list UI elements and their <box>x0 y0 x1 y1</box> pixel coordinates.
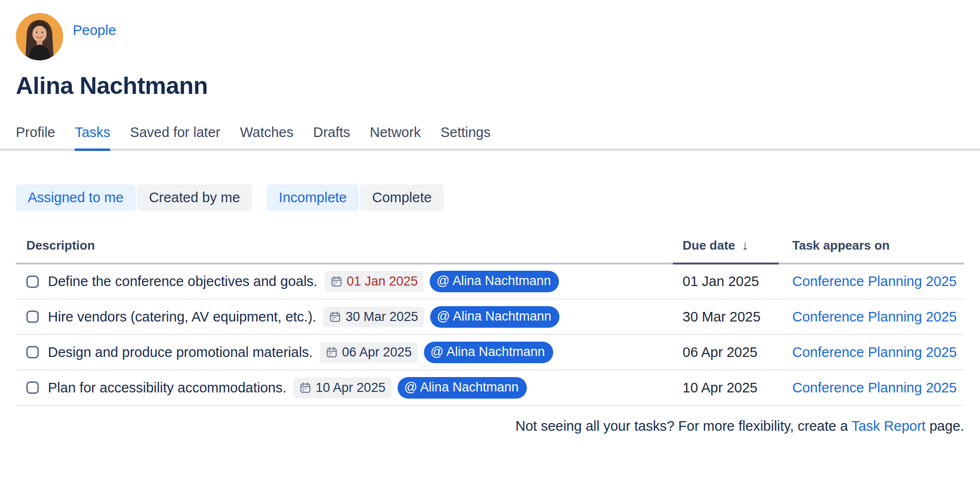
due-date-cell: 30 Mar 2025 <box>673 299 779 334</box>
task-appears-on-link[interactable]: Conference Planning 2025 <box>792 309 957 324</box>
avatar-photo <box>16 13 63 60</box>
task-checkbox[interactable] <box>26 310 39 323</box>
avatar[interactable] <box>16 13 63 60</box>
breadcrumb-people-link[interactable]: People <box>73 23 116 38</box>
tab-saved-for-later[interactable]: Saved for later <box>130 125 220 151</box>
calendar-icon <box>330 275 342 287</box>
due-date-header-label: Due date <box>683 238 735 252</box>
task-report-link[interactable]: Task Report <box>852 418 926 434</box>
footer-text-after: page. <box>925 418 964 434</box>
filter-incomplete[interactable]: Incomplete <box>267 184 359 211</box>
calendar-icon <box>326 346 338 358</box>
inline-due-date: 01 Jan 2025 <box>347 274 418 289</box>
assignee-mention-pill[interactable]: @ Alina Nachtmann <box>398 377 527 399</box>
tab-drafts[interactable]: Drafts <box>313 125 350 151</box>
profile-header: People <box>16 0 964 60</box>
profile-tabs: Profile Tasks Saved for later Watches Dr… <box>0 125 980 151</box>
column-header-description: Description <box>16 229 673 264</box>
due-date-cell: 06 Apr 2025 <box>673 334 779 370</box>
calendar-icon <box>329 311 341 323</box>
sort-descending-arrow-icon: ↓ <box>742 238 749 252</box>
task-appears-on-link[interactable]: Conference Planning 2025 <box>792 344 957 360</box>
due-date-cell: 10 Apr 2025 <box>673 370 779 405</box>
task-description: Plan for accessibility accommodations. <box>48 380 286 396</box>
assignment-filter-group: Assigned to me Created by me <box>16 184 252 211</box>
task-checkbox[interactable] <box>26 275 39 288</box>
task-appears-on-link[interactable]: Conference Planning 2025 <box>792 274 957 289</box>
task-row: Design and produce promotional materials… <box>16 334 964 370</box>
assignee-mention-pill[interactable]: @ Alina Nachtmann <box>430 306 559 328</box>
task-filters: Assigned to me Created by me Incomplete … <box>16 184 964 211</box>
assignee-mention-pill[interactable]: @ Alina Nachtmann <box>430 271 559 292</box>
filter-complete[interactable]: Complete <box>360 184 444 211</box>
inline-due-date: 30 Mar 2025 <box>345 310 418 324</box>
tab-tasks[interactable]: Tasks <box>75 125 110 151</box>
tasks-table: Description Due date↓ Task appears on De… <box>16 229 964 406</box>
tab-network[interactable]: Network <box>370 125 421 151</box>
task-row: Define the conference objectives and goa… <box>16 264 964 299</box>
filter-created-by-me[interactable]: Created by me <box>137 184 252 211</box>
tasks-footer-note: Not seeing all your tasks? For more flex… <box>16 418 964 434</box>
assignee-mention-pill[interactable]: @ Alina Nachtmann <box>424 342 553 363</box>
task-description: Hire vendors (catering, AV equipment, et… <box>48 309 316 325</box>
status-filter-group: Incomplete Complete <box>267 184 444 211</box>
task-checkbox[interactable] <box>26 346 39 358</box>
inline-due-date-lozenge[interactable]: 01 Jan 2025 <box>325 271 424 292</box>
task-description: Design and produce promotional materials… <box>48 344 313 360</box>
column-header-task-appears-on: Task appears on <box>779 229 964 264</box>
tab-settings[interactable]: Settings <box>440 125 490 151</box>
column-header-due-date[interactable]: Due date↓ <box>673 229 779 264</box>
inline-due-date-lozenge[interactable]: 10 Apr 2025 <box>294 378 391 398</box>
inline-due-date-lozenge[interactable]: 30 Mar 2025 <box>323 307 424 327</box>
task-checkbox[interactable] <box>26 381 39 394</box>
inline-due-date-lozenge[interactable]: 06 Apr 2025 <box>320 342 418 363</box>
page-title: Alina Nachtmann <box>16 72 964 100</box>
calendar-icon <box>299 382 311 394</box>
task-description: Define the conference objectives and goa… <box>48 274 318 289</box>
inline-due-date: 10 Apr 2025 <box>316 380 386 395</box>
filter-assigned-to-me[interactable]: Assigned to me <box>16 184 136 211</box>
task-row: Plan for accessibility accommodations. 1… <box>16 370 964 405</box>
footer-text-before: Not seeing all your tasks? For more flex… <box>515 418 852 434</box>
due-date-cell: 01 Jan 2025 <box>673 264 779 299</box>
inline-due-date: 06 Apr 2025 <box>342 345 412 360</box>
task-appears-on-link[interactable]: Conference Planning 2025 <box>792 380 957 395</box>
tab-profile[interactable]: Profile <box>16 125 55 151</box>
task-row: Hire vendors (catering, AV equipment, et… <box>16 299 964 334</box>
tab-watches[interactable]: Watches <box>240 125 294 151</box>
